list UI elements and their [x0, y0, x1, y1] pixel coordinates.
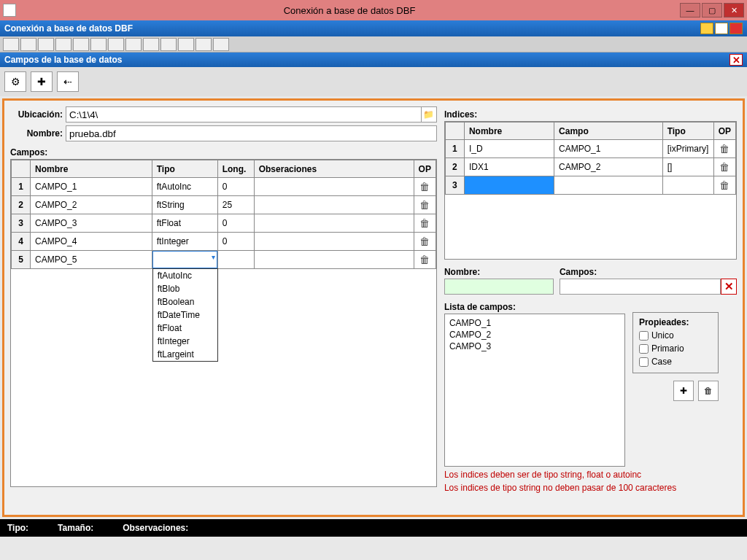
clear-campos-button[interactable]: ✕	[721, 279, 737, 295]
col-tipo: Tipo	[152, 160, 217, 178]
list-item[interactable]: CAMPO_2	[449, 329, 620, 341]
primario-checkbox[interactable]	[639, 344, 649, 354]
idx-col-nombre: Nombre	[464, 122, 554, 140]
idx-nombre-label: Nombre:	[444, 267, 554, 277]
lista-label: Lista de campos:	[444, 302, 625, 312]
trash-icon[interactable]: 🗑	[719, 179, 729, 191]
right-column: Indices: Nombre Campo Tipo OP 1 I_D	[444, 106, 737, 509]
idx-campos-label: Campos:	[560, 267, 737, 277]
ubicacion-label: Ubicación:	[10, 109, 63, 120]
close-button[interactable]: ✕	[724, 3, 744, 18]
tipo-dropdown-list[interactable]: ftAutoInc ftBlob ftBoolean ftDateTime ft…	[152, 268, 218, 362]
mdi-btn-1[interactable]	[700, 23, 713, 34]
idx-nombre-input[interactable]	[444, 279, 554, 295]
dropdown-option[interactable]: ftBlob	[153, 282, 217, 295]
case-checkbox[interactable]	[639, 357, 649, 367]
status-tam: Tamaño:	[58, 523, 93, 533]
tool-5[interactable]	[73, 38, 89, 51]
tool-11[interactable]	[178, 38, 194, 51]
dropdown-option[interactable]: ftInteger	[153, 335, 217, 348]
table-row: 3 CAMPO_3 ftFloat 0 🗑	[12, 214, 436, 233]
add-index-button[interactable]: ✚	[673, 381, 694, 401]
gear-button[interactable]: ⚙	[4, 71, 26, 92]
status-tipo: Tipo:	[7, 523, 28, 533]
tool-12[interactable]	[196, 38, 212, 51]
indices-table[interactable]: Nombre Campo Tipo OP 1 I_D CAMPO_1 [ixPr…	[445, 122, 736, 195]
app-icon	[3, 4, 16, 17]
tool-4[interactable]	[55, 38, 71, 51]
add-button[interactable]: ✚	[31, 71, 53, 92]
idx-campos-input[interactable]	[560, 279, 721, 295]
trash-icon[interactable]: 🗑	[419, 236, 430, 247]
warning-1: Los indices deben ser de tipo string, fl…	[444, 470, 737, 480]
col-long: Long.	[217, 160, 254, 178]
nombre-input[interactable]	[66, 125, 437, 141]
tool-13[interactable]	[213, 38, 229, 51]
dropdown-option[interactable]: ftAutoInc	[153, 269, 217, 282]
tool-2[interactable]	[20, 38, 36, 51]
nombre-label: Nombre:	[10, 128, 63, 139]
subwindow-title: Campos de la base de datos	[4, 55, 122, 65]
warning-2: Los indices de tipo string no deben pasa…	[444, 483, 737, 493]
col-op: OP	[414, 160, 436, 178]
trash-icon[interactable]: 🗑	[419, 199, 430, 211]
table-row: 2 CAMPO_2 ftString 25 🗑	[12, 196, 436, 214]
dropdown-option[interactable]: ftBoolean	[153, 295, 217, 308]
tool-8[interactable]	[125, 38, 142, 51]
trash-icon[interactable]: 🗑	[719, 143, 729, 155]
trash-icon[interactable]: 🗑	[419, 217, 430, 229]
tool-3[interactable]	[38, 38, 54, 51]
tool-9[interactable]	[143, 38, 159, 51]
indices-label: Indices:	[444, 109, 737, 120]
list-item[interactable]: CAMPO_1	[449, 317, 620, 329]
table-row: 1 I_D CAMPO_1 [ixPrimary] 🗑	[445, 140, 735, 158]
mdi-title: Conexión a base de datos DBF	[4, 23, 133, 34]
idx-col-tipo: Tipo	[662, 122, 713, 140]
tool-1[interactable]	[3, 38, 19, 51]
dropdown-option[interactable]: ftDateTime	[153, 308, 217, 322]
trash-icon[interactable]: 🗑	[419, 181, 430, 192]
window-titlebar: Conexión a base de datos DBF — ▢ ✕	[0, 0, 747, 20]
col-obs: Obseraciones	[254, 160, 414, 178]
left-column: Ubicación: 📁 Nombre: Campos: Nombre Tipo…	[10, 106, 437, 509]
dropdown-option[interactable]: ftLargeint	[153, 348, 217, 361]
idx-col-campo: Campo	[554, 122, 663, 140]
table-row: 1 CAMPO_1 ftAutoInc 0 🗑	[12, 178, 436, 196]
tool-10[interactable]	[160, 38, 177, 51]
mdi-btn-2[interactable]	[715, 23, 728, 34]
tool-6[interactable]	[90, 38, 107, 51]
unico-checkbox[interactable]	[639, 331, 649, 341]
delete-index-button[interactable]: 🗑	[698, 381, 719, 401]
ubicacion-input[interactable]	[66, 106, 422, 122]
status-bar: Tipo: Tamaño: Observaciones:	[0, 519, 747, 537]
minimize-button[interactable]: —	[680, 3, 700, 18]
trash-icon[interactable]: 🗑	[719, 161, 729, 173]
props-group: Propieades: Unico Primario Case	[632, 312, 719, 373]
main-panel: Ubicación: 📁 Nombre: Campos: Nombre Tipo…	[2, 98, 745, 517]
exit-button[interactable]: ⇠	[57, 71, 79, 92]
mdi-titlebar: Conexión a base de datos DBF	[0, 20, 747, 36]
dropdown-option[interactable]: ftFloat	[153, 322, 217, 335]
subwindow-titlebar: Campos de la base de datos ✕	[0, 52, 747, 67]
idx-col-op: OP	[713, 122, 735, 140]
campos-table-wrapper: Nombre Tipo Long. Obseraciones OP 1 CAMP…	[10, 159, 437, 487]
props-label: Propieades:	[639, 317, 712, 327]
subwindow-close[interactable]: ✕	[729, 54, 743, 66]
table-row: 3 🗑	[445, 176, 735, 195]
campos-table[interactable]: Nombre Tipo Long. Obseraciones OP 1 CAMP…	[11, 160, 436, 269]
lista-campos[interactable]: CAMPO_1 CAMPO_2 CAMPO_3	[444, 314, 625, 467]
col-nombre: Nombre	[31, 160, 152, 178]
window-title: Conexión a base de datos DBF	[20, 5, 678, 16]
table-row: 4 CAMPO_4 ftInteger 0 🗑	[12, 233, 436, 251]
list-item[interactable]: CAMPO_3	[449, 341, 620, 352]
status-obs: Observaciones:	[123, 523, 188, 533]
browse-folder-button[interactable]: 📁	[421, 106, 437, 122]
trash-icon[interactable]: 🗑	[419, 254, 430, 265]
maximize-button[interactable]: ▢	[702, 3, 722, 18]
mdi-toolbar	[0, 36, 747, 52]
table-row: 5 CAMPO_5 ▾ ftAutoInc ftBlob ftBoolean f…	[12, 251, 436, 269]
tipo-dropdown-cell[interactable]: ▾ ftAutoInc ftBlob ftBoolean ftDateTime …	[152, 251, 217, 269]
mdi-btn-3[interactable]	[729, 23, 743, 34]
subtoolbar: ⚙ ✚ ⇠	[0, 67, 747, 96]
tool-7[interactable]	[108, 38, 124, 51]
